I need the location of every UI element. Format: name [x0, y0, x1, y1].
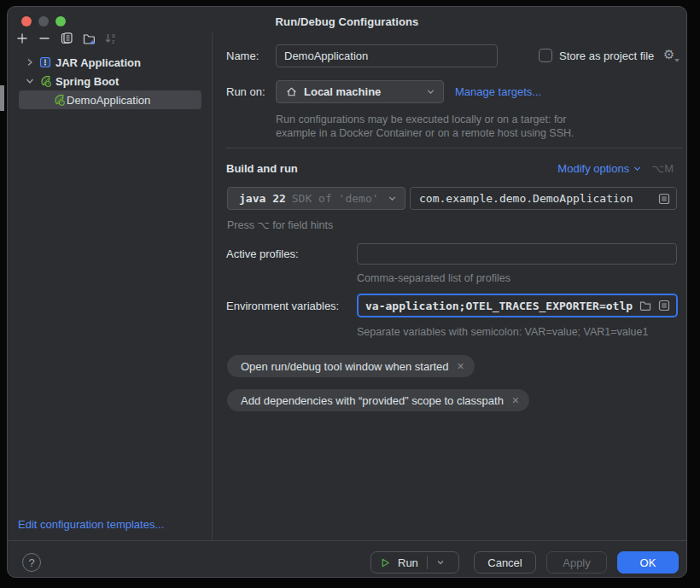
option-tag-open-tool-window: Open run/debug tool window when started … — [227, 355, 475, 377]
cancel-button[interactable]: Cancel — [474, 551, 536, 573]
close-icon[interactable]: × — [458, 359, 464, 373]
run-on-label: Run on: — [226, 85, 265, 98]
environment-variables-field[interactable]: va-application;OTEL_TRACES_EXPORTER=otlp — [357, 294, 678, 317]
dialog-title: Run/Debug Configurations — [8, 15, 686, 28]
configurations-toolbar: a z — [11, 28, 122, 49]
sort-configurations-button[interactable]: a z — [100, 28, 122, 49]
close-icon[interactable]: × — [512, 393, 519, 407]
ok-button[interactable]: OK — [617, 551, 679, 573]
footer-divider — [8, 540, 686, 541]
section-divider — [226, 148, 682, 148]
environment-variables-hint: Separate variables with semicolon: VAR=v… — [357, 326, 648, 338]
environment-variables-label: Environment variables: — [226, 300, 339, 312]
tree-item-label: JAR Application — [55, 56, 141, 69]
copy-icon — [60, 32, 73, 45]
jdk-value: java 22 — [239, 192, 286, 205]
run-debug-configurations-dialog: Run/Debug Configurations a z — [7, 6, 687, 578]
chevron-down-icon[interactable] — [23, 74, 37, 88]
run-on-select[interactable]: Local machine — [276, 80, 444, 103]
expand-field-icon[interactable] — [657, 192, 671, 206]
name-input[interactable] — [276, 44, 498, 67]
run-on-value: Local machine — [304, 85, 381, 98]
tree-item-spring-boot[interactable]: Spring Boot — [23, 72, 119, 90]
tree-item-label: DemoApplication — [67, 94, 150, 107]
field-hints-text: Press ⌥ for field hints — [227, 218, 333, 231]
play-icon — [380, 557, 391, 568]
build-and-run-title: Build and run — [226, 162, 298, 175]
svg-text:a: a — [112, 32, 115, 38]
option-tag-provided-scope: Add dependencies with “provided” scope t… — [227, 389, 529, 411]
modify-options-link[interactable]: Modify options — [557, 162, 629, 175]
edit-configuration-templates-link[interactable]: Edit configuration templates... — [18, 518, 164, 531]
name-label: Name: — [226, 49, 259, 62]
store-as-project-file-label: Store as project file — [559, 49, 654, 62]
minus-icon — [38, 32, 51, 45]
run-button[interactable]: Run — [370, 551, 459, 573]
store-as-project-file-checkbox[interactable] — [539, 49, 552, 62]
run-button-divider — [427, 556, 428, 569]
cancel-button-label: Cancel — [487, 556, 522, 569]
spring-boot-icon — [52, 93, 66, 107]
apply-button[interactable]: Apply — [546, 551, 607, 573]
chevron-down-icon — [632, 163, 643, 174]
expand-field-icon[interactable] — [657, 299, 671, 312]
plus-icon — [15, 32, 29, 45]
sort-alphabetically-icon: a z — [104, 32, 118, 45]
folder-icon[interactable] — [639, 299, 652, 312]
gear-glyph: ⚙ — [663, 47, 674, 61]
jdk-detail: SDK of 'demo' — [292, 192, 379, 205]
copy-configuration-button[interactable] — [55, 28, 78, 49]
tree-item-demoapplication[interactable]: DemoApplication — [52, 90, 150, 109]
modify-options-shortcut: ⌥M — [651, 162, 674, 175]
manage-targets-link[interactable]: Manage targets... — [455, 85, 541, 98]
new-folder-button[interactable] — [78, 28, 100, 49]
chevron-right-icon[interactable] — [23, 55, 37, 69]
remove-configuration-button[interactable] — [33, 28, 55, 49]
sidebar-divider — [212, 32, 213, 540]
environment-variables-value: va-application;OTEL_TRACES_EXPORTER=otlp — [365, 300, 633, 312]
active-profiles-hint: Comma-separated list of profiles — [357, 272, 510, 284]
run-on-help-line2: example in a Docker Container or on a re… — [276, 126, 574, 140]
home-icon — [285, 85, 298, 98]
modify-options-group: Modify options ⌥M — [557, 162, 674, 175]
new-folder-icon — [82, 32, 96, 45]
question-icon: ? — [28, 556, 34, 569]
chevron-down-icon — [425, 86, 436, 97]
add-configuration-button[interactable] — [11, 28, 33, 49]
active-profiles-input[interactable] — [357, 243, 677, 265]
tag-label: Add dependencies with “provided” scope t… — [241, 394, 504, 407]
ok-button-label: OK — [640, 556, 656, 569]
svg-text:z: z — [112, 38, 114, 44]
run-button-label: Run — [398, 556, 418, 569]
chevron-mini-icon — [674, 59, 680, 62]
chevron-down-icon — [387, 193, 398, 204]
jar-application-icon — [38, 55, 52, 69]
main-class-value: com.example.demo.DemoApplication — [419, 192, 652, 205]
chevron-down-icon[interactable] — [435, 557, 446, 568]
tree-item-jar-application[interactable]: JAR Application — [23, 53, 141, 72]
tag-label: Open run/debug tool window when started — [241, 360, 449, 373]
main-class-field[interactable]: com.example.demo.DemoApplication — [410, 187, 677, 210]
run-on-help-line1: Run configurations may be executed local… — [276, 113, 566, 126]
active-profiles-label: Active profiles: — [226, 247, 299, 260]
background-window-edge — [0, 85, 4, 111]
help-button[interactable]: ? — [22, 553, 41, 572]
gear-icon[interactable]: ⚙ — [663, 47, 674, 62]
spring-boot-icon — [38, 74, 52, 88]
apply-button-label: Apply — [563, 556, 591, 569]
jdk-select[interactable]: java 22 SDK of 'demo' — [227, 187, 405, 210]
tree-item-label: Spring Boot — [55, 75, 119, 88]
